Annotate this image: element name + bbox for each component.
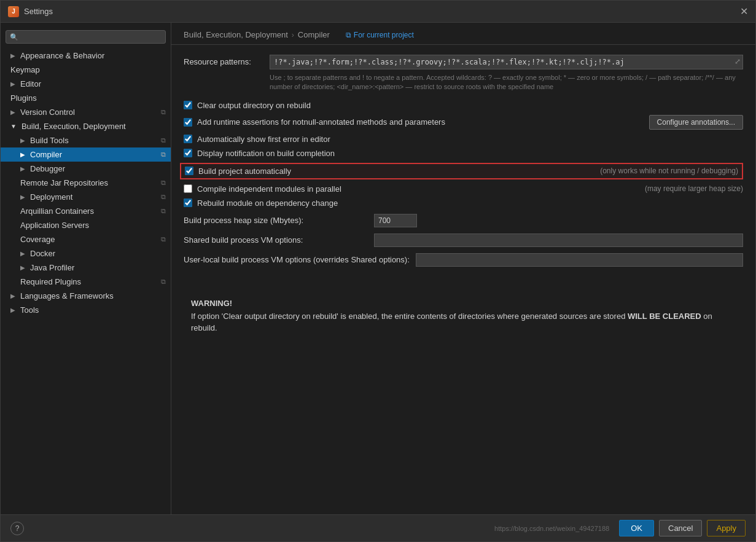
sidebar-item-debugger[interactable]: ▶ Debugger xyxy=(1,162,171,176)
checkbox-show-error[interactable] xyxy=(184,135,192,143)
checkbox-rebuild[interactable] xyxy=(184,198,192,207)
sidebar-item-keymap[interactable]: Keymap xyxy=(1,63,171,77)
checkbox-build-auto[interactable] xyxy=(185,167,193,175)
checkbox-parallel[interactable] xyxy=(184,184,192,193)
copy-icon-coverage: ⧉ xyxy=(161,235,166,243)
checkbox-row-build-auto: Build project automatically (only works … xyxy=(180,163,743,179)
copy-icon-build-tools: ⧉ xyxy=(161,136,166,144)
sidebar-item-label: Build, Execution, Deployment xyxy=(21,122,126,131)
expand-arrow-appearance: ▶ xyxy=(10,52,15,59)
checkbox-assertions[interactable] xyxy=(184,118,192,127)
expand-arrow-languages: ▶ xyxy=(10,293,15,299)
sidebar-item-deployment[interactable]: ▶ Deployment ⧉ xyxy=(1,190,171,204)
checkbox-row-notification: Display notification on build completion xyxy=(184,149,743,158)
copy-icon-vc: ⧉ xyxy=(161,108,166,116)
shared-vm-label: Shared build process VM options: xyxy=(184,235,368,245)
warning-title: WARNING! xyxy=(191,299,736,308)
breadcrumb-current: Compiler xyxy=(298,30,330,39)
sidebar-item-app-servers[interactable]: Application Servers xyxy=(1,218,171,232)
help-button[interactable]: ? xyxy=(10,522,24,535)
configure-annotations-button[interactable]: Configure annotations... xyxy=(649,115,743,130)
copy-icon-compiler: ⧉ xyxy=(161,151,166,159)
checkbox-label-notification: Display notification on build completion xyxy=(197,149,743,158)
resource-patterns-input[interactable] xyxy=(270,55,743,69)
cancel-button[interactable]: Cancel xyxy=(659,520,702,536)
footer-url: https://blog.csdn.net/weixin_49427188 xyxy=(494,525,609,532)
checkbox-row-rebuild: Rebuild module on dependency change xyxy=(184,198,743,208)
sidebar-item-version-control[interactable]: ▶ Version Control ⧉ xyxy=(1,105,171,119)
titlebar: J Settings ✕ xyxy=(1,1,755,23)
sidebar-item-label: Version Control xyxy=(20,108,75,117)
expand-arrow-deployment: ▶ xyxy=(20,194,25,200)
sidebar-item-label: Coverage xyxy=(20,235,55,244)
sidebar-item-label: Remote Jar Repositories xyxy=(20,178,108,187)
sidebar-item-label: Languages & Frameworks xyxy=(20,291,114,300)
expand-arrow-tools: ▶ xyxy=(10,307,15,313)
sidebar-item-coverage[interactable]: Coverage ⧉ xyxy=(1,232,171,246)
checkbox-notification[interactable] xyxy=(184,149,192,157)
user-vm-row: User-local build process VM options (ove… xyxy=(184,253,743,267)
sidebar-item-appearance[interactable]: ▶ Appearance & Behavior xyxy=(1,49,171,63)
window-title: Settings xyxy=(24,7,53,16)
sidebar-item-label: Build Tools xyxy=(30,136,69,145)
expand-resource-icon[interactable]: ⤢ xyxy=(735,57,741,66)
shared-vm-row: Shared build process VM options: xyxy=(184,234,743,247)
shared-vm-input[interactable] xyxy=(374,234,743,247)
sidebar-item-label: Compiler xyxy=(30,150,62,159)
sidebar-item-build-tools[interactable]: ▶ Build Tools ⧉ xyxy=(1,133,171,147)
sidebar-item-label: Arquillian Containers xyxy=(20,206,94,216)
checkbox-row-assertions: Add runtime assertions for notnull-annot… xyxy=(184,115,743,130)
sidebar-item-docker[interactable]: ▶ Docker xyxy=(1,246,171,261)
heap-size-input[interactable] xyxy=(374,214,417,227)
copy-icon-arquillian: ⧉ xyxy=(161,207,166,215)
checkbox-row-clear-output: Clear output directory on rebuild xyxy=(184,101,743,110)
breadcrumb: Build, Execution, Deployment › Compiler … xyxy=(171,23,755,45)
checkbox-label-build-auto: Build project automatically xyxy=(198,167,595,176)
sidebar-item-label: Java Profiler xyxy=(30,263,74,272)
link-text: For current project xyxy=(354,31,414,39)
breadcrumb-parent: Build, Execution, Deployment xyxy=(184,30,288,39)
sidebar-item-required-plugins[interactable]: Required Plugins ⧉ xyxy=(1,275,171,289)
sidebar-item-label: Application Servers xyxy=(20,221,89,230)
ok-button[interactable]: OK xyxy=(619,520,654,536)
checkbox-label-assertions: Add runtime assertions for notnull-annot… xyxy=(197,117,644,127)
main-area: 🔍 ▶ Appearance & Behavior Keymap ▶ Edito… xyxy=(1,23,755,514)
sidebar-item-label: Deployment xyxy=(30,192,72,202)
expand-arrow-compiler: ▶ xyxy=(20,151,25,158)
checkbox-clear-output[interactable] xyxy=(184,101,192,109)
warning-body: If option 'Clear output directory on reb… xyxy=(191,310,736,334)
sidebar-item-plugins[interactable]: Plugins xyxy=(1,91,171,105)
checkbox-note-build-auto: (only works while not running / debuggin… xyxy=(600,167,738,175)
copy-icon-required-plugins: ⧉ xyxy=(161,278,166,286)
sidebar-item-editor[interactable]: ▶ Editor xyxy=(1,77,171,91)
expand-arrow-editor: ▶ xyxy=(10,81,15,87)
resource-patterns-row: Resource patterns: ⤢ xyxy=(184,55,743,69)
resource-input-container: ⤢ xyxy=(270,55,743,69)
resource-patterns-label: Resource patterns: xyxy=(184,57,270,66)
sidebar-item-compiler[interactable]: ▶ Compiler ⧉ xyxy=(1,147,171,162)
sidebar-item-remote-jar[interactable]: Remote Jar Repositories ⧉ xyxy=(1,176,171,190)
sidebar-item-build-execution[interactable]: ▼ Build, Execution, Deployment xyxy=(1,119,171,133)
search-box[interactable]: 🔍 xyxy=(6,30,166,44)
checkbox-note-parallel: (may require larger heap size) xyxy=(645,184,743,193)
for-current-project-link[interactable]: ⧉ For current project xyxy=(346,31,414,39)
settings-panel: Resource patterns: ⤢ Use ; to separate p… xyxy=(171,45,755,514)
sidebar-item-java-profiler[interactable]: ▶ Java Profiler xyxy=(1,261,171,275)
search-input[interactable] xyxy=(21,33,162,41)
expand-arrow-build-tools: ▶ xyxy=(20,137,25,144)
resource-hint: Use ; to separate patterns and ! to nega… xyxy=(270,73,743,92)
sidebar-item-label: Docker xyxy=(30,249,55,258)
apply-button[interactable]: Apply xyxy=(707,520,746,536)
search-icon: 🔍 xyxy=(10,33,18,41)
user-vm-label: User-local build process VM options (ove… xyxy=(184,255,410,264)
sidebar-item-arquillian[interactable]: Arquillian Containers ⧉ xyxy=(1,204,171,218)
settings-dialog: J Settings ✕ 🔍 ▶ Appearance & Behavior K… xyxy=(0,0,756,542)
user-vm-input[interactable] xyxy=(416,253,743,267)
sidebar-item-tools[interactable]: ▶ Tools xyxy=(1,303,171,317)
footer-left: ? xyxy=(10,522,24,535)
close-button[interactable]: ✕ xyxy=(740,7,748,17)
titlebar-left: J Settings xyxy=(8,6,53,17)
sidebar-item-languages[interactable]: ▶ Languages & Frameworks xyxy=(1,289,171,303)
heap-size-label: Build process heap size (Mbytes): xyxy=(184,216,368,225)
sidebar-item-label: Debugger xyxy=(30,164,65,173)
